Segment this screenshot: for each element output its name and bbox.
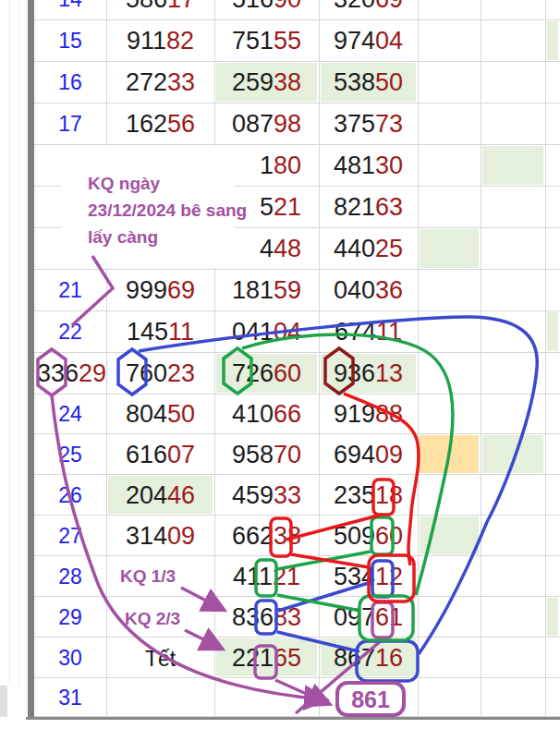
digits-black: 958: [232, 441, 274, 468]
row-number[interactable]: 21: [34, 270, 106, 310]
cell[interactable]: 82163: [319, 187, 418, 227]
digits-black: 162: [126, 110, 167, 138]
cell[interactable]: 25938: [214, 62, 319, 103]
cell[interactable]: 08798: [214, 103, 319, 144]
row-number[interactable]: 28: [34, 556, 106, 596]
cell[interactable]: 61607: [106, 434, 214, 474]
cell[interactable]: 66238: [214, 516, 319, 555]
digits-red: 50: [375, 68, 403, 96]
cell[interactable]: 48130: [319, 145, 418, 186]
digits-red: 82: [166, 27, 194, 55]
cell[interactable]: 27233: [106, 62, 214, 103]
cell[interactable]: 91182: [106, 20, 214, 61]
digits-red: 83: [274, 603, 301, 631]
cell[interactable]: 76023: [106, 353, 214, 394]
grid-vline: [214, 0, 215, 717]
cell[interactable]: 99969: [106, 270, 214, 310]
cell[interactable]: 91988: [319, 395, 418, 433]
cell[interactable]: 80450: [106, 395, 214, 433]
cell[interactable]: 31409: [106, 516, 214, 555]
row-number[interactable]: 15: [34, 20, 106, 61]
digits-black: 259: [232, 68, 274, 96]
cell-highlight: [547, 312, 558, 351]
spreadsheet-screenshot: 1458617516903206915911827515597404162723…: [0, 0, 560, 753]
row-number[interactable]: 30: [34, 638, 106, 677]
cell[interactable]: 72660: [214, 353, 319, 394]
cell[interactable]: 41121: [214, 556, 319, 596]
cell-highlight: [420, 516, 479, 554]
cell[interactable]: 50960: [319, 516, 418, 555]
cell[interactable]: 41066: [214, 395, 319, 433]
digits-black: 662: [232, 522, 274, 550]
grid-vline: [545, 0, 546, 717]
digits-red: 55: [274, 27, 301, 55]
cell[interactable]: 69409: [319, 434, 418, 474]
digits-black: 538: [334, 68, 375, 96]
cell-text: Tết: [145, 647, 176, 671]
cell[interactable]: 93613: [319, 353, 418, 394]
cell[interactable]: 04104: [214, 311, 319, 352]
digits-red: 21: [273, 563, 300, 590]
row-number[interactable]: 29: [34, 597, 106, 637]
cell-highlight: [420, 229, 479, 268]
row-number[interactable]: 16: [34, 62, 106, 103]
digits-black: 936: [334, 359, 375, 387]
kq-1-3-label: KQ 1/3: [120, 566, 176, 587]
digits-red: 60: [274, 359, 301, 387]
cell[interactable]: 32069: [319, 0, 418, 19]
digits-red: 56: [167, 110, 195, 138]
row-number[interactable]: 26: [34, 475, 106, 515]
cell[interactable]: 51690: [214, 0, 319, 19]
cell[interactable]: 45933: [214, 475, 319, 515]
digits-red: 61: [375, 603, 403, 631]
digits-red: 63: [375, 193, 403, 221]
cell[interactable]: 22165: [214, 638, 319, 677]
digits-red: 12: [375, 563, 403, 590]
cell[interactable]: 09761: [319, 597, 418, 637]
cell[interactable]: 18159: [214, 270, 319, 310]
digits-red: 23: [167, 359, 195, 387]
results-table: 1458617516903206915911827515597404162723…: [0, 0, 560, 717]
cell[interactable]: 58617: [106, 0, 214, 19]
digits-red: 88: [375, 400, 403, 428]
digits-black: 751: [232, 27, 274, 55]
cell[interactable]: 23518: [319, 475, 418, 515]
digits-black: 041: [232, 318, 274, 346]
digits-black: 836: [232, 603, 274, 631]
digits-black: 867: [334, 644, 375, 672]
cell[interactable]: 53850: [319, 62, 418, 103]
cell[interactable]: 95870: [214, 434, 319, 474]
cell[interactable]: 16256: [106, 103, 214, 144]
cell[interactable]: 67411: [319, 311, 418, 352]
cell[interactable]: 75155: [214, 20, 319, 61]
digits-red: 33: [274, 481, 301, 509]
row-number[interactable]: 17: [34, 103, 106, 144]
cell[interactable]: 83683: [214, 597, 319, 637]
digits-black: 586: [126, 0, 167, 13]
cell[interactable]: 53412: [319, 556, 418, 596]
row-number[interactable]: 14: [34, 0, 106, 19]
cell[interactable]: 86716: [319, 638, 418, 677]
row-number[interactable]: 25: [34, 434, 106, 474]
row-number[interactable]: 22: [34, 311, 106, 352]
digits-black: 459: [232, 481, 274, 509]
cell[interactable]: 37573: [319, 103, 418, 144]
cell[interactable]: Tết: [106, 638, 214, 677]
cell-highlight: [482, 435, 543, 473]
row-number[interactable]: 24: [34, 395, 106, 433]
table-bottom-border: [26, 717, 560, 720]
result-861-box: 861: [335, 681, 406, 717]
cell[interactable]: 44025: [319, 228, 418, 269]
row-header-number-33629[interactable]: 33629: [34, 353, 109, 394]
row-number[interactable]: 27: [34, 516, 106, 555]
digits-red: 60: [375, 522, 403, 550]
row-number[interactable]: 31: [34, 678, 106, 716]
cell[interactable]: 04036: [319, 270, 418, 310]
digits-black: 336: [37, 359, 79, 387]
cell[interactable]: 97404: [319, 20, 418, 61]
cell-highlight: [420, 435, 479, 473]
digits-red: 11: [168, 318, 194, 346]
cell[interactable]: 14511: [106, 311, 214, 352]
digits-black: 821: [334, 193, 375, 221]
cell[interactable]: 20446: [106, 475, 214, 515]
